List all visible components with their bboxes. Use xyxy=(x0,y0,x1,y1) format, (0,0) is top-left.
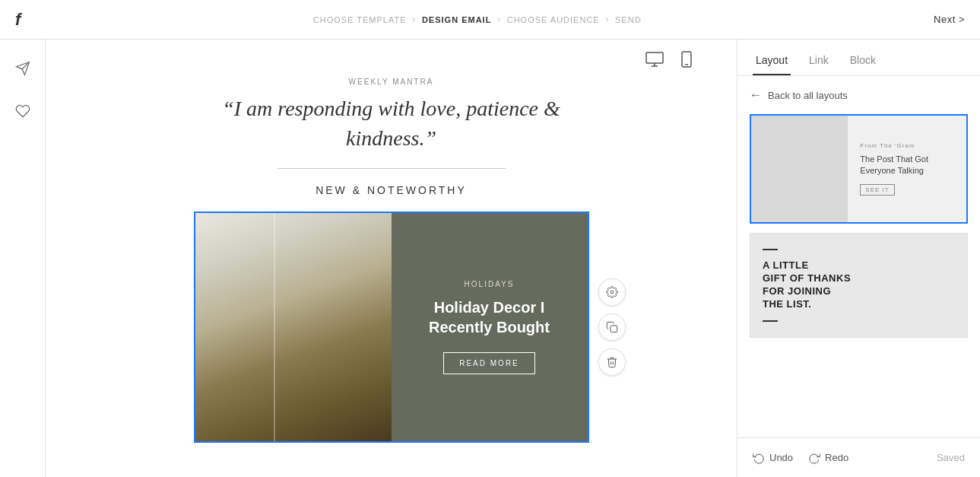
app-logo: f xyxy=(15,10,21,30)
device-toolbar xyxy=(642,47,699,72)
send-icon[interactable] xyxy=(9,55,36,82)
svg-point-7 xyxy=(611,291,614,294)
saved-status: Saved xyxy=(937,452,965,463)
svg-rect-8 xyxy=(611,326,617,332)
step-design-email[interactable]: DESIGN EMAIL xyxy=(422,15,491,24)
email-divider xyxy=(278,168,506,169)
right-panel: Layout Link Block ← Back to all layouts … xyxy=(737,40,980,477)
chevron-icon-1: › xyxy=(413,15,416,24)
layout-card-2-dash-top xyxy=(763,249,778,250)
email-preview: WEEKLY MANTRA “I am responding with love… xyxy=(46,40,737,477)
layout-card-1-inner: From The 'Gram The Post That Got Everyon… xyxy=(751,116,966,222)
breadcrumb-steps: CHOOSE TEMPLATE › DESIGN EMAIL › CHOOSE … xyxy=(313,15,642,24)
back-link-label: Back to all layouts xyxy=(768,90,848,101)
block-category: HOLIDAYS xyxy=(465,280,515,288)
section-title: NEW & NOTEWORTHY xyxy=(194,184,589,196)
mantra-section: WEEKLY MANTRA “I am responding with love… xyxy=(194,78,589,153)
undo-button[interactable]: Undo xyxy=(753,452,793,464)
settings-button[interactable] xyxy=(598,278,626,306)
tab-link[interactable]: Link xyxy=(806,54,832,75)
delete-button[interactable] xyxy=(598,348,626,376)
step-send[interactable]: SEND xyxy=(615,15,642,24)
redo-label: Redo xyxy=(825,452,848,463)
next-button[interactable]: Next > xyxy=(934,14,965,25)
back-arrow-icon: ← xyxy=(750,88,762,102)
email-block[interactable]: HOLIDAYS Holiday Decor I Recently Bought… xyxy=(194,211,589,443)
duplicate-button[interactable] xyxy=(598,313,626,341)
tab-block[interactable]: Block xyxy=(847,54,879,75)
layout-card-2-inner: A LITTLE GIFT OF THANKS FOR JOINING THE … xyxy=(750,234,967,337)
layout-card-1-headline: The Post That Got Everyone Talking xyxy=(860,154,954,177)
layout-card-1-from: From The 'Gram xyxy=(860,142,915,149)
block-title: Holiday Decor I Recently Bought xyxy=(407,297,572,337)
tab-layout[interactable]: Layout xyxy=(753,54,791,75)
mobile-icon[interactable] xyxy=(674,47,699,72)
chevron-icon-3: › xyxy=(606,15,609,24)
email-block-inner: HOLIDAYS Holiday Decor I Recently Bought… xyxy=(195,213,588,441)
step-choose-template[interactable]: CHOOSE TEMPLATE xyxy=(313,15,407,24)
block-actions xyxy=(598,278,626,376)
email-block-image xyxy=(195,213,392,441)
layout-card-1[interactable]: From The 'Gram The Post That Got Everyon… xyxy=(750,114,968,224)
layout-card-2-dash-bottom xyxy=(763,320,778,322)
layout-card-2[interactable]: A LITTLE GIFT OF THANKS FOR JOINING THE … xyxy=(750,233,968,338)
step-choose-audience[interactable]: CHOOSE AUDIENCE xyxy=(507,15,600,24)
right-panel-footer: Undo Redo Saved xyxy=(737,437,980,477)
email-block-content: HOLIDAYS Holiday Decor I Recently Bought… xyxy=(392,213,588,441)
layout-card-1-cta: SEE IT xyxy=(860,184,894,196)
block-cta-button[interactable]: READ MORE xyxy=(443,352,535,374)
desktop-icon[interactable] xyxy=(642,47,667,72)
svg-rect-2 xyxy=(646,52,663,63)
right-panel-tabs: Layout Link Block xyxy=(737,40,980,76)
layout-card-1-image xyxy=(751,116,848,222)
left-sidebar xyxy=(0,40,46,477)
undo-label: Undo xyxy=(769,452,793,463)
layout-card-2-title: A LITTLE GIFT OF THANKS FOR JOINING THE … xyxy=(763,259,955,311)
mantra-quote: “I am responding with love, patience & k… xyxy=(194,94,589,153)
right-panel-body: ← Back to all layouts From The 'Gram The… xyxy=(737,76,980,437)
back-link[interactable]: ← Back to all layouts xyxy=(750,88,968,102)
email-content-area: WEEKLY MANTRA “I am responding with love… xyxy=(163,55,620,466)
chevron-icon-2: › xyxy=(497,15,500,24)
main-layout: WEEKLY MANTRA “I am responding with love… xyxy=(0,40,980,477)
top-nav: f CHOOSE TEMPLATE › DESIGN EMAIL › CHOOS… xyxy=(0,0,980,40)
layout-card-1-text: From The 'Gram The Post That Got Everyon… xyxy=(848,116,966,222)
mantra-label: WEEKLY MANTRA xyxy=(194,78,589,86)
heart-icon[interactable] xyxy=(9,97,36,125)
redo-button[interactable]: Redo xyxy=(808,452,848,464)
